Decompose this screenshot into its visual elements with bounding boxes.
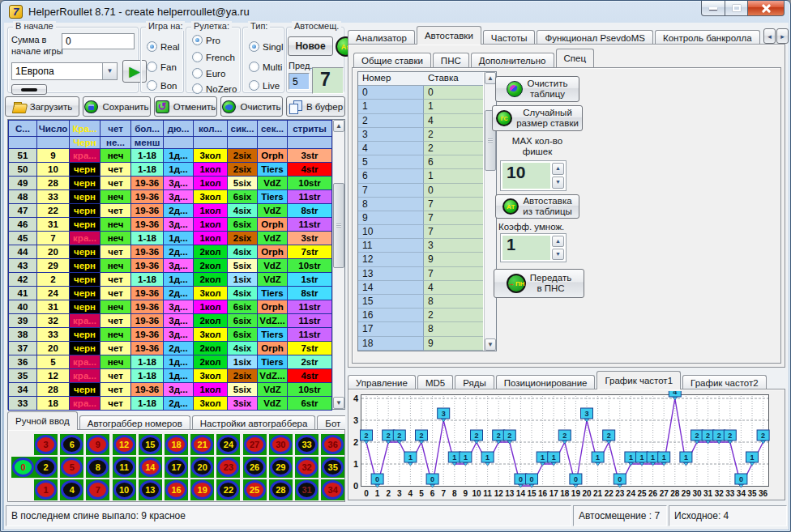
- history-cell[interactable]: 19-36: [131, 259, 163, 272]
- roulette-number-7[interactable]: 7: [86, 479, 109, 500]
- bet-stake-cell[interactable]: 9: [424, 337, 483, 351]
- subtab-общие-ставки[interactable]: Общие ставки: [353, 53, 431, 67]
- bet-number-cell[interactable]: 14: [358, 281, 424, 295]
- history-cell[interactable]: 3кол: [194, 287, 227, 300]
- history-cell[interactable]: неч: [100, 149, 130, 162]
- history-cell[interactable]: 1кол: [194, 163, 227, 176]
- history-cell[interactable]: 19-36: [131, 177, 163, 189]
- roulette-number-31[interactable]: 31: [295, 479, 319, 500]
- history-cell[interactable]: 10str: [288, 383, 331, 396]
- history-cell[interactable]: Tiers: [258, 287, 287, 300]
- tab-частоты[interactable]: Частоты: [483, 30, 536, 45]
- history-scrollbar[interactable]: ▲ ▼: [332, 120, 344, 409]
- history-cell[interactable]: 2кол: [194, 314, 227, 327]
- tab-график-частот1[interactable]: График частот1: [596, 371, 681, 389]
- history-cell[interactable]: 24: [37, 287, 69, 300]
- radio-multi[interactable]: Multi: [249, 62, 282, 72]
- roulette-number-6[interactable]: 6: [60, 434, 83, 455]
- history-cell[interactable]: 33: [37, 190, 69, 203]
- history-cell[interactable]: 2six: [228, 149, 257, 162]
- bet-stake-cell[interactable]: 4: [424, 281, 483, 295]
- history-cell[interactable]: 3кол: [194, 369, 227, 382]
- history-cell[interactable]: кра...: [70, 369, 100, 382]
- history-cell[interactable]: неч: [100, 190, 130, 203]
- roulette-number-10[interactable]: 10: [113, 479, 136, 500]
- history-cell[interactable]: 3д...: [164, 328, 193, 341]
- history-cell[interactable]: 32: [37, 314, 69, 327]
- history-cell[interactable]: кра...: [70, 314, 100, 327]
- history-cell[interactable]: черн: [70, 273, 100, 286]
- history-cell[interactable]: Orph: [258, 149, 287, 162]
- history-cell[interactable]: 45: [9, 232, 36, 245]
- tab-график-частот2[interactable]: График частот2: [682, 375, 767, 389]
- history-cell[interactable]: 7str: [288, 342, 331, 355]
- history-cell[interactable]: Tiers: [258, 163, 287, 176]
- bet-stake-cell[interactable]: 6: [424, 155, 483, 169]
- roulette-number-15[interactable]: 15: [139, 434, 162, 455]
- history-cell[interactable]: 5six: [228, 259, 257, 272]
- maximize-button[interactable]: [725, 1, 748, 16]
- tab-scroll-right-button[interactable]: ▸: [776, 28, 789, 44]
- history-cell[interactable]: черн: [70, 383, 100, 396]
- history-cell[interactable]: 3д...: [164, 190, 193, 203]
- minimize-button[interactable]: [701, 1, 725, 16]
- history-cell[interactable]: 5: [37, 355, 69, 368]
- history-cell[interactable]: чет: [100, 369, 130, 382]
- history-cell[interactable]: 3д...: [164, 218, 193, 231]
- history-cell[interactable]: черн: [70, 342, 100, 355]
- roulette-number-28[interactable]: 28: [269, 479, 293, 500]
- history-cell[interactable]: 11str: [288, 328, 331, 341]
- history-cell[interactable]: 2д...: [164, 204, 193, 217]
- history-cell[interactable]: 1д...: [164, 273, 193, 286]
- history-cell[interactable]: 20: [37, 342, 69, 355]
- history-cell[interactable]: 2д...: [164, 245, 193, 258]
- bet-number-cell[interactable]: 19: [358, 351, 424, 351]
- roulette-number-20[interactable]: 20: [190, 457, 214, 478]
- history-cell[interactable]: 3д...: [164, 383, 193, 396]
- history-cell[interactable]: 4six: [228, 245, 257, 258]
- history-cell[interactable]: черн: [70, 177, 100, 189]
- roulette-number-1[interactable]: 1: [34, 479, 58, 500]
- bet-stake-cell[interactable]: 0: [424, 86, 483, 100]
- history-cell[interactable]: черн: [70, 328, 100, 341]
- history-cell[interactable]: 2кол: [194, 355, 227, 368]
- history-cell[interactable]: 48: [9, 190, 36, 203]
- history-cell[interactable]: неч: [100, 300, 130, 313]
- history-cell[interactable]: неч: [100, 259, 130, 272]
- history-cell[interactable]: 29: [37, 259, 69, 272]
- history-cell[interactable]: неч: [100, 218, 130, 231]
- history-cell[interactable]: Orph: [258, 342, 287, 355]
- clear-table-button[interactable]: Очиститьтаблицу: [495, 76, 579, 102]
- history-cell[interactable]: 42: [9, 273, 36, 286]
- scroll-down-icon[interactable]: ▼: [485, 338, 496, 351]
- history-cell[interactable]: 1д...: [164, 163, 193, 176]
- history-cell[interactable]: неч: [100, 355, 130, 368]
- roulette-number-3[interactable]: 3: [34, 434, 58, 455]
- history-cell[interactable]: черн: [70, 204, 100, 217]
- tab-настройки-автограббера[interactable]: Настройки автограббера: [192, 415, 316, 430]
- history-cell[interactable]: 5six: [228, 177, 257, 189]
- history-cell[interactable]: VdZ...: [258, 314, 287, 327]
- history-cell[interactable]: 4str: [288, 369, 331, 382]
- history-cell[interactable]: 33: [9, 397, 36, 410]
- random-stake-button[interactable]: ГС Случайныйразмер ставки: [492, 105, 583, 131]
- history-cell[interactable]: 19-36: [131, 204, 163, 217]
- tab-контроль-банкролла[interactable]: Контроль банкролла: [655, 30, 760, 45]
- bet-number-cell[interactable]: 4: [358, 142, 424, 155]
- history-cell[interactable]: 4six: [228, 287, 257, 300]
- combo-dropdown-icon[interactable]: ▼: [102, 63, 117, 79]
- bet-stake-cell[interactable]: 7: [424, 198, 483, 211]
- history-cell[interactable]: 19-36: [131, 218, 163, 231]
- history-cell[interactable]: чет: [100, 314, 130, 327]
- history-cell[interactable]: VdZ: [258, 383, 287, 396]
- history-cell[interactable]: чет: [100, 163, 130, 176]
- history-scroll-thumb[interactable]: [333, 183, 344, 268]
- bet-stake-cell[interactable]: [424, 351, 483, 351]
- history-cell[interactable]: 1six: [228, 355, 257, 368]
- tab-бот[interactable]: Бот: [317, 415, 345, 430]
- start-sum-input[interactable]: [62, 33, 135, 49]
- roulette-number-23[interactable]: 23: [216, 457, 240, 478]
- history-cell[interactable]: 3кол: [194, 328, 227, 341]
- history-cell[interactable]: 2six: [228, 369, 257, 382]
- history-cell[interactable]: черн: [70, 287, 100, 300]
